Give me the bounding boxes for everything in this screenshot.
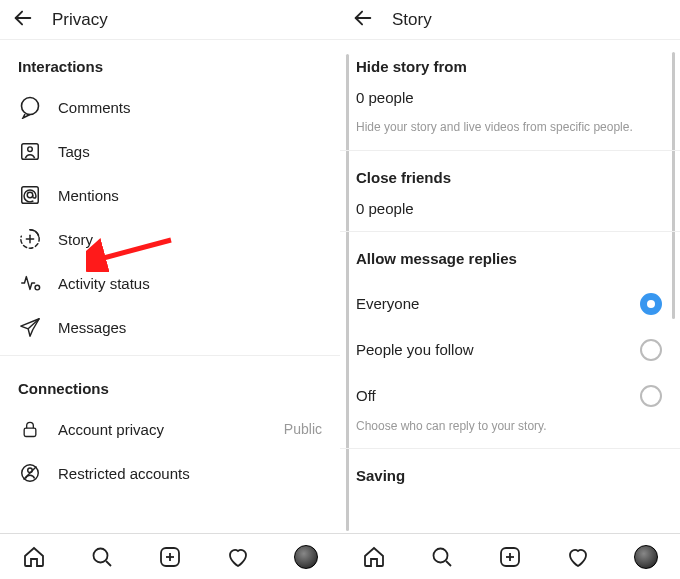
row-label: Tags (58, 143, 322, 160)
search-icon[interactable] (430, 545, 454, 569)
saving-title: Saving (356, 449, 662, 498)
hide-story-help: Hide your story and live videos from spe… (356, 120, 662, 150)
svg-rect-10 (24, 428, 36, 436)
radio-off[interactable]: Off (356, 373, 662, 419)
page-title: Story (392, 10, 432, 30)
row-label: Account privacy (58, 421, 268, 438)
back-icon[interactable] (352, 7, 374, 33)
radio-icon (640, 385, 662, 407)
svg-point-1 (22, 98, 39, 115)
story-icon (18, 227, 42, 251)
home-icon[interactable] (362, 545, 386, 569)
bottom-nav (340, 533, 680, 579)
tag-icon (18, 139, 42, 163)
close-friends-title[interactable]: Close friends (356, 151, 662, 200)
heart-icon[interactable] (566, 545, 590, 569)
privacy-header: Privacy (0, 0, 340, 40)
privacy-pane: Privacy Interactions Comments Tags (0, 0, 340, 579)
search-icon[interactable] (90, 545, 114, 569)
hide-story-title[interactable]: Hide story from (356, 40, 662, 89)
replies-title: Allow message replies (356, 232, 662, 281)
row-comments[interactable]: Comments (18, 85, 322, 129)
radio-everyone[interactable]: Everyone (356, 281, 662, 327)
heart-icon[interactable] (226, 545, 250, 569)
svg-point-15 (94, 548, 108, 562)
radio-icon (640, 293, 662, 315)
radio-icon (640, 339, 662, 361)
radio-label: People you follow (356, 341, 474, 358)
messages-icon (18, 315, 42, 339)
profile-avatar[interactable] (634, 545, 658, 569)
radio-label: Everyone (356, 295, 419, 312)
row-mentions[interactable]: Mentions (18, 173, 322, 217)
section-title-interactions: Interactions (18, 40, 322, 85)
row-label: Messages (58, 319, 322, 336)
row-restricted-accounts[interactable]: Restricted accounts (18, 451, 322, 495)
row-activity-status[interactable]: Activity status (18, 261, 322, 305)
svg-point-8 (35, 285, 40, 290)
row-story[interactable]: Story (18, 217, 322, 261)
lock-icon (18, 417, 42, 441)
mention-icon (18, 183, 42, 207)
activity-icon (18, 271, 42, 295)
svg-point-5 (27, 192, 33, 198)
row-label: Activity status (58, 275, 322, 292)
comment-icon (18, 95, 42, 119)
radio-label: Off (356, 387, 376, 404)
home-icon[interactable] (22, 545, 46, 569)
page-title: Privacy (52, 10, 108, 30)
row-messages[interactable]: Messages (18, 305, 322, 349)
row-label: Story (58, 231, 322, 248)
story-pane: Story Hide story from 0 people Hide your… (340, 0, 680, 579)
section-title-connections: Connections (18, 362, 322, 407)
svg-line-16 (106, 561, 111, 566)
back-icon[interactable] (12, 7, 34, 33)
bottom-nav (0, 533, 340, 579)
row-label: Restricted accounts (58, 465, 322, 482)
svg-point-3 (28, 147, 33, 152)
close-friends-value: 0 people (356, 200, 662, 231)
add-post-icon[interactable] (158, 545, 182, 569)
row-label: Mentions (58, 187, 322, 204)
svg-point-22 (434, 548, 448, 562)
row-tags[interactable]: Tags (18, 129, 322, 173)
restricted-icon (18, 461, 42, 485)
radio-people-you-follow[interactable]: People you follow (356, 327, 662, 373)
row-account-privacy[interactable]: Account privacy Public (18, 407, 322, 451)
row-label: Comments (58, 99, 322, 116)
row-trailing: Public (284, 421, 322, 437)
hide-story-value: 0 people (356, 89, 662, 120)
add-post-icon[interactable] (498, 545, 522, 569)
profile-avatar[interactable] (294, 545, 318, 569)
story-header: Story (340, 0, 680, 40)
replies-help: Choose who can reply to your story. (356, 419, 662, 449)
svg-line-23 (446, 561, 451, 566)
